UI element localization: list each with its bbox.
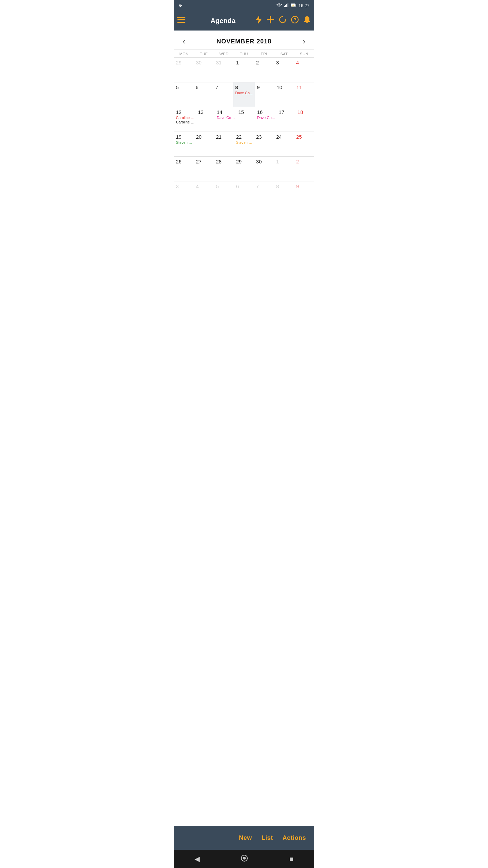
calendar-cell[interactable]: 22Steven … xyxy=(234,132,254,156)
system-nav: ◀ ■ xyxy=(174,850,314,868)
calendar-cell[interactable]: 3 xyxy=(174,181,194,206)
calendar-cell[interactable]: 26 xyxy=(174,157,194,181)
day-number: 6 xyxy=(196,84,212,90)
svg-rect-4 xyxy=(288,3,289,7)
lightning-icon[interactable] xyxy=(256,15,262,26)
calendar-week-4: 262728293012 xyxy=(174,157,314,181)
next-month-button[interactable]: › xyxy=(299,35,309,47)
calendar-cell[interactable]: 8 xyxy=(274,181,294,206)
calendar-cell[interactable]: 30 xyxy=(254,157,274,181)
prev-month-button[interactable]: ‹ xyxy=(179,35,189,47)
day-header-sun: SUN xyxy=(294,52,314,56)
calendar-cell[interactable]: 8Dave Co… xyxy=(233,82,255,107)
battery-icon: ⚡ xyxy=(291,3,296,8)
calendar-cell[interactable]: 4 xyxy=(194,181,214,206)
calendar-cell[interactable]: 19Steven … xyxy=(174,132,194,156)
calendar-week-2: 12Caroline …Caroline …1314Dave Co…1516Da… xyxy=(174,107,314,132)
calendar-cell[interactable]: 17 xyxy=(277,107,295,132)
new-button[interactable]: New xyxy=(239,834,252,842)
day-number: 31 xyxy=(216,60,232,65)
home-button[interactable] xyxy=(241,855,248,863)
svg-rect-6 xyxy=(296,4,297,6)
calendar-cell[interactable]: 28 xyxy=(214,157,234,181)
calendar-cell[interactable]: 4 xyxy=(294,58,314,82)
svg-rect-14 xyxy=(267,19,274,20)
calendar-cell[interactable]: 9 xyxy=(255,82,274,107)
calendar-cell[interactable]: 25 xyxy=(294,132,314,156)
day-number: 26 xyxy=(176,159,192,164)
svg-rect-9 xyxy=(177,17,185,18)
calendar-cell[interactable]: 14Dave Co… xyxy=(215,107,236,132)
hamburger-icon[interactable] xyxy=(177,17,185,24)
day-number: 6 xyxy=(236,183,252,189)
calendar-cell[interactable]: 23 xyxy=(254,132,274,156)
calendar-cell[interactable]: 12Caroline …Caroline … xyxy=(174,107,196,132)
calendar-cell[interactable]: 3 xyxy=(274,58,294,82)
svg-rect-1 xyxy=(284,6,285,7)
calendar-cell[interactable]: 18 xyxy=(296,107,314,132)
list-button[interactable]: List xyxy=(261,834,273,842)
calendar-cell[interactable]: 27 xyxy=(194,157,214,181)
calendar-cell[interactable]: 29 xyxy=(174,58,194,82)
day-number: 21 xyxy=(216,134,232,140)
calendar-week-1: 5678Dave Co…91011 xyxy=(174,82,314,107)
bell-icon[interactable] xyxy=(303,16,311,26)
day-header-sat: SAT xyxy=(274,52,294,56)
day-number: 2 xyxy=(256,60,273,65)
calendar-cell[interactable]: 21 xyxy=(214,132,234,156)
day-number: 23 xyxy=(256,134,273,140)
calendar-week-3: 19Steven …202122Steven …232425 xyxy=(174,132,314,157)
day-number: 18 xyxy=(298,109,313,115)
day-number: 25 xyxy=(296,134,313,140)
calendar-cell[interactable]: 5 xyxy=(174,82,194,107)
svg-marker-12 xyxy=(256,15,262,24)
day-number: 17 xyxy=(279,109,294,115)
calendar-cell[interactable]: 1 xyxy=(234,58,254,82)
day-number: 29 xyxy=(236,159,252,164)
calendar-cell[interactable]: 5 xyxy=(214,181,234,206)
day-number: 8 xyxy=(276,183,293,189)
day-number: 13 xyxy=(198,109,213,115)
svg-rect-17 xyxy=(306,22,308,23)
calendar-cell[interactable]: 6 xyxy=(234,181,254,206)
actions-button[interactable]: Actions xyxy=(282,834,306,842)
day-number: 27 xyxy=(196,159,212,164)
day-number: 11 xyxy=(297,84,313,90)
time-display: 16:27 xyxy=(298,3,309,8)
help-icon[interactable]: ? xyxy=(291,16,299,25)
calendar-cell[interactable]: 1 xyxy=(274,157,294,181)
refresh-icon[interactable] xyxy=(279,16,286,25)
day-number: 5 xyxy=(216,183,232,189)
calendar-cell[interactable]: 31 xyxy=(214,58,234,82)
month-title: NOVEMBER 2018 xyxy=(217,38,271,45)
signal-icon xyxy=(284,3,289,8)
calendar-cell[interactable]: 2 xyxy=(254,58,274,82)
calendar-cell[interactable]: 30 xyxy=(194,58,214,82)
add-icon[interactable] xyxy=(267,16,274,25)
calendar-cell[interactable]: 13 xyxy=(196,107,215,132)
calendar-cell[interactable]: 29 xyxy=(234,157,254,181)
day-number: 20 xyxy=(196,134,212,140)
svg-point-20 xyxy=(243,857,246,860)
calendar-cell[interactable]: 2 xyxy=(294,157,314,181)
event-label: Dave Co… xyxy=(235,91,253,95)
day-number: 3 xyxy=(176,183,192,189)
calendar-cell[interactable]: 15 xyxy=(236,107,255,132)
day-number: 16 xyxy=(257,109,276,115)
calendar-cell[interactable]: 7 xyxy=(214,82,233,107)
calendar-cell[interactable]: 9 xyxy=(294,181,314,206)
day-number: 28 xyxy=(216,159,232,164)
day-number: 9 xyxy=(257,84,273,90)
recent-button[interactable]: ■ xyxy=(289,855,293,863)
calendar-cell[interactable]: 7 xyxy=(254,181,274,206)
status-bar: ⚙ xyxy=(174,0,314,11)
calendar-content: ‹ NOVEMBER 2018 › MON TUE WED THU FRI SA… xyxy=(174,31,314,826)
calendar-cell[interactable]: 10 xyxy=(274,82,294,107)
top-nav: Agenda xyxy=(174,11,314,31)
back-button[interactable]: ◀ xyxy=(195,855,200,863)
calendar-cell[interactable]: 24 xyxy=(274,132,294,156)
calendar-cell[interactable]: 16Dave Co… xyxy=(255,107,277,132)
calendar-cell[interactable]: 20 xyxy=(194,132,214,156)
calendar-cell[interactable]: 6 xyxy=(194,82,213,107)
calendar-cell[interactable]: 11 xyxy=(294,82,314,107)
